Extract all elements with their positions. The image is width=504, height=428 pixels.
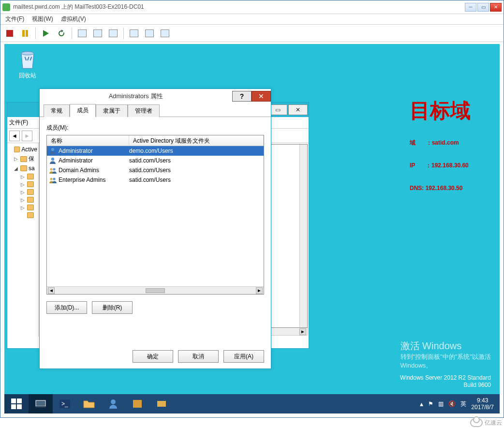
menu-view[interactable]: 视图(W) bbox=[29, 14, 56, 24]
task-app5[interactable] bbox=[125, 394, 149, 413]
help-button[interactable]: ? bbox=[232, 91, 252, 102]
add-button[interactable]: 添加(D)... bbox=[46, 301, 87, 314]
svg-point-11 bbox=[111, 399, 116, 404]
list-horizontal-scrollbar[interactable]: ◄ ► bbox=[47, 286, 264, 294]
tool1-button[interactable] bbox=[75, 26, 89, 41]
props-title: Administrators 属性 bbox=[40, 92, 232, 101]
tool4-button[interactable] bbox=[127, 26, 141, 41]
svg-point-4 bbox=[53, 168, 55, 170]
back-button[interactable]: ◄ bbox=[9, 131, 20, 141]
app-icon bbox=[132, 398, 143, 409]
folder-icon bbox=[14, 147, 20, 152]
folder-icon bbox=[27, 205, 34, 210]
build-text: Windows Server 2012 R2 Standard Build 96… bbox=[400, 374, 491, 389]
group-icon bbox=[49, 166, 57, 174]
folder-icon bbox=[27, 189, 34, 195]
scroll-left-icon[interactable]: ◄ bbox=[48, 287, 55, 294]
forward-button[interactable]: ► bbox=[22, 131, 32, 141]
folder-icon bbox=[20, 165, 27, 171]
refresh-button[interactable] bbox=[54, 26, 69, 41]
tool6-button[interactable] bbox=[158, 26, 172, 41]
tool5-button[interactable] bbox=[142, 26, 157, 41]
scroll-right-icon[interactable]: ► bbox=[256, 287, 263, 294]
app-icon bbox=[156, 398, 167, 409]
list-header: 名称 Active Directory 域服务文件夹 bbox=[47, 135, 264, 146]
mgmt-menu-file[interactable]: 文件(F) bbox=[9, 118, 28, 127]
maximize-button[interactable]: ▭ bbox=[477, 3, 489, 12]
folder-icon bbox=[27, 197, 34, 203]
svg-point-0 bbox=[21, 52, 34, 55]
overlay-title: 目标域 bbox=[410, 97, 471, 124]
minimize-button[interactable]: ─ bbox=[465, 3, 476, 12]
tab-general[interactable]: 常规 bbox=[44, 104, 70, 117]
dialog-close-button[interactable]: ✕ bbox=[252, 91, 271, 102]
task-powershell[interactable]: >_ bbox=[53, 394, 77, 413]
member-row[interactable]: Administratorsatid.com/Users bbox=[47, 156, 264, 165]
props-titlebar[interactable]: Administrators 属性 ? ✕ bbox=[40, 89, 271, 103]
props-tabs: 常规 成员 隶属于 管理者 bbox=[40, 103, 271, 117]
cancel-button[interactable]: 取消 bbox=[178, 350, 219, 363]
props-body: 成员(M): 名称 Active Directory 域服务文件夹 Admini… bbox=[40, 117, 271, 319]
play-button[interactable] bbox=[39, 26, 53, 41]
host-menubar: 文件(F) 视图(W) 虚拟机(V) bbox=[0, 14, 504, 25]
host-window: mailtest.pwrd.com 上的 MailTest003-Ex2016-… bbox=[0, 0, 504, 418]
svg-rect-8 bbox=[36, 406, 45, 408]
host-window-controls: ─ ▭ ✕ bbox=[464, 3, 502, 12]
separator bbox=[123, 28, 124, 39]
task-aduc[interactable] bbox=[101, 394, 125, 413]
tray-chevron-icon[interactable]: ▴ bbox=[420, 400, 423, 408]
recycle-bin-icon bbox=[18, 49, 37, 70]
user-icon bbox=[49, 157, 57, 164]
tray-network-icon[interactable]: ▥ bbox=[438, 400, 444, 407]
tool2-button[interactable] bbox=[90, 26, 105, 41]
svg-point-6 bbox=[53, 177, 55, 180]
group-icon bbox=[49, 176, 57, 184]
tab-memberof[interactable]: 隶属于 bbox=[96, 104, 128, 117]
col-folder[interactable]: Active Directory 域服务文件夹 bbox=[129, 135, 264, 146]
tray-lang[interactable]: 英 bbox=[460, 400, 466, 408]
pause-button[interactable] bbox=[18, 26, 32, 41]
member-row[interactable]: Domain Adminssatid.com/Users bbox=[47, 165, 264, 175]
recycle-bin-label: 回收站 bbox=[13, 72, 42, 80]
taskbar: >_ ▴ ⚑ ▥ 🔇 英 9:43 2017/8 bbox=[4, 394, 500, 413]
tray-volume-icon[interactable]: 🔇 bbox=[448, 400, 456, 407]
separator bbox=[72, 28, 72, 39]
user-icon bbox=[49, 147, 57, 155]
mgmt-close-button[interactable]: ✕ bbox=[288, 104, 308, 115]
server-icon bbox=[35, 398, 46, 409]
host-titlebar[interactable]: mailtest.pwrd.com 上的 MailTest003-Ex2016-… bbox=[0, 0, 504, 14]
cloud-icon bbox=[470, 418, 483, 427]
task-app6[interactable] bbox=[149, 394, 174, 413]
svg-rect-12 bbox=[133, 400, 142, 408]
svg-rect-13 bbox=[157, 401, 166, 407]
ok-button[interactable]: 确定 bbox=[133, 350, 173, 363]
menu-vm[interactable]: 虚拟机(V) bbox=[58, 14, 89, 24]
member-row[interactable]: Administratordemo.com/Users bbox=[47, 146, 264, 156]
props-footer: 确定 取消 应用(A) bbox=[40, 344, 271, 369]
members-list[interactable]: 名称 Active Directory 域服务文件夹 Administrator… bbox=[46, 135, 264, 295]
close-button[interactable]: ✕ bbox=[490, 3, 502, 12]
remove-button[interactable]: 删除(R) bbox=[92, 301, 133, 314]
svg-point-5 bbox=[50, 177, 52, 180]
vertical-scrollbar[interactable] bbox=[299, 145, 307, 327]
scroll-thumb[interactable] bbox=[146, 288, 165, 293]
stop-button[interactable] bbox=[2, 26, 17, 41]
tab-managedby[interactable]: 管理者 bbox=[128, 104, 160, 117]
col-name[interactable]: 名称 bbox=[47, 135, 129, 146]
vm-viewport: 回收站 目标域 域 ：satid.com IP ：192.168.30.60 D… bbox=[4, 44, 500, 413]
tray-flag-icon[interactable]: ⚑ bbox=[428, 400, 433, 407]
menu-file[interactable]: 文件(F) bbox=[2, 14, 27, 24]
start-button[interactable] bbox=[4, 394, 29, 413]
windows-icon bbox=[11, 398, 22, 409]
task-explorer[interactable] bbox=[77, 394, 101, 413]
recycle-bin[interactable]: 回收站 bbox=[13, 49, 42, 80]
task-servermanager[interactable] bbox=[29, 394, 53, 413]
separator bbox=[35, 28, 36, 39]
mgmt-tree[interactable]: Active ▷保 ◢sa ▷ ▷ ▷ ▷ ▷ bbox=[7, 143, 39, 337]
tray-clock[interactable]: 9:43 2017/8/7 bbox=[471, 397, 494, 411]
member-row[interactable]: Enterprise Adminssatid.com/Users bbox=[47, 175, 264, 185]
apply-button[interactable]: 应用(A) bbox=[223, 350, 264, 363]
tab-members[interactable]: 成员 bbox=[70, 104, 96, 117]
app-icon bbox=[2, 3, 10, 11]
tool3-button[interactable] bbox=[106, 26, 120, 41]
